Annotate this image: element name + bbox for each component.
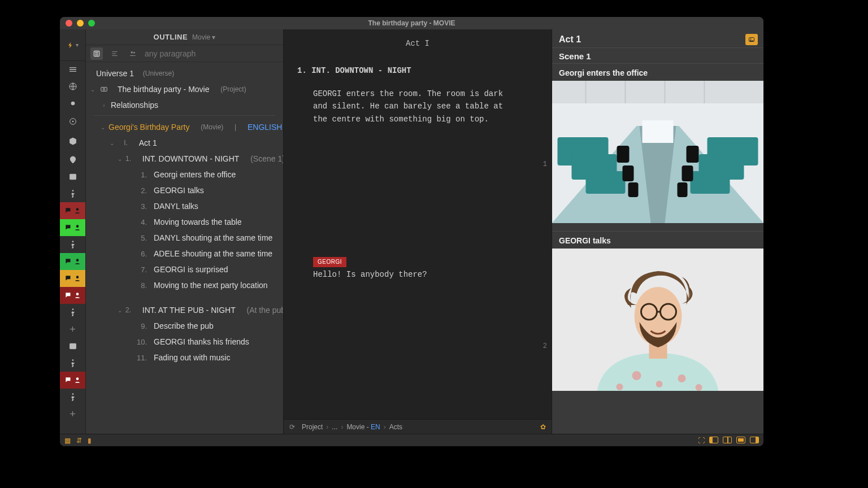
dialogue-chip-red[interactable] xyxy=(60,202,85,219)
dialogue-chip-green[interactable] xyxy=(60,219,85,236)
svg-point-11 xyxy=(103,88,105,90)
crumb-ellipsis[interactable]: ... xyxy=(332,423,337,431)
action-paragraph: GEORGI enters the room. The room is dark… xyxy=(313,88,517,125)
film-icon-2[interactable] xyxy=(60,338,85,355)
status-icon-2[interactable]: ⇵ xyxy=(76,437,82,445)
dot-icon[interactable] xyxy=(60,95,85,112)
svg-point-38 xyxy=(656,381,663,387)
sync-icon[interactable]: ⟳ xyxy=(289,423,295,431)
tree-item[interactable]: 2.GEORGI talks xyxy=(86,182,283,198)
dialogue-chip-darkred[interactable] xyxy=(60,287,85,304)
svg-point-1 xyxy=(71,102,75,106)
svg-rect-29 xyxy=(617,146,630,163)
film-icon[interactable] xyxy=(60,168,85,185)
run-icon-3[interactable] xyxy=(60,304,85,321)
dialogue-line: Hello! Is anybody there? xyxy=(313,268,538,281)
preview-card1-title: Georgi enters the office xyxy=(552,64,763,81)
tree-item[interactable]: 8.Moving to the next party location xyxy=(86,277,283,293)
tree-item[interactable]: 6.ADELE shouting at the same time xyxy=(86,246,283,262)
target-icon[interactable] xyxy=(60,112,85,131)
window-title: The birthday party - MOVIE xyxy=(60,19,763,27)
svg-rect-10 xyxy=(101,88,107,91)
tree-item[interactable]: 3.DANYL talks xyxy=(86,198,283,214)
slugline: 1. INT. DOWNTOWN - NIGHT xyxy=(297,64,538,77)
dialogue-chip-darkred-2[interactable] xyxy=(60,372,85,389)
character-tag: GEORGI xyxy=(313,257,346,267)
svg-rect-32 xyxy=(687,146,699,163)
tree-item[interactable]: 9.Describe the pub xyxy=(86,318,283,334)
cube-icon[interactable] xyxy=(60,131,85,151)
tree-item[interactable]: 10.GEORGI thanks his friends xyxy=(86,334,283,350)
view-people-icon[interactable] xyxy=(127,47,139,60)
tree-project[interactable]: ⌄ The birthday party - Movie (Project) xyxy=(86,81,283,97)
svg-point-3 xyxy=(72,121,73,123)
view-cards-icon[interactable] xyxy=(108,47,121,60)
layout-split-icon[interactable] xyxy=(723,437,732,443)
script-editor[interactable]: Act I 1. INT. DOWNTOWN - NIGHT GEORGI en… xyxy=(284,29,552,419)
svg-rect-6 xyxy=(70,343,76,348)
globe-icon[interactable] xyxy=(60,78,85,95)
outline-header: OUTLINE xyxy=(154,33,188,41)
add-icon-2[interactable]: + xyxy=(60,406,85,422)
preview-scene: Scene 1 xyxy=(552,48,763,63)
icon-rail: ▾ + xyxy=(60,29,86,434)
tree-item[interactable]: 1.Georgi enters the office xyxy=(86,167,283,182)
status-icon-1[interactable]: ▦ xyxy=(64,437,71,445)
preview-image-office[interactable] xyxy=(552,81,763,223)
preview-act: Act 1 xyxy=(559,34,581,45)
svg-point-9 xyxy=(133,51,135,53)
svg-point-40 xyxy=(696,384,702,391)
tree-item[interactable]: 11.Fading out with music xyxy=(86,350,283,365)
svg-point-36 xyxy=(632,371,641,380)
tree-act[interactable]: ⌄I. Act 1 xyxy=(86,135,283,151)
preview-image-person[interactable] xyxy=(552,249,763,391)
run-icon-5[interactable] xyxy=(60,389,85,406)
svg-rect-30 xyxy=(623,165,634,181)
svg-point-4 xyxy=(72,158,73,160)
run-icon-2[interactable] xyxy=(60,236,85,253)
act-heading: Act I xyxy=(297,37,538,50)
layout-left-icon[interactable] xyxy=(709,437,718,443)
rail-menu-icon[interactable] xyxy=(60,61,85,78)
tree-item[interactable]: 4.Moving towards the table xyxy=(86,214,283,230)
gear-icon[interactable]: ✿ xyxy=(540,423,546,431)
tree-scene[interactable]: ⌄2. INT. AT THE PUB - NIGHT (At the pub) xyxy=(86,302,283,318)
page-number-1: 1 xyxy=(543,159,547,170)
rail-logo[interactable]: ▾ xyxy=(60,29,85,61)
dialogue-chip-green2[interactable] xyxy=(60,253,85,270)
fullscreen-icon[interactable]: ⛶ xyxy=(698,437,705,445)
page-number-2: 2 xyxy=(543,341,547,352)
preview-pane: Act 1 Scene 1 Georgi enters the office xyxy=(552,29,763,434)
add-icon[interactable]: + xyxy=(60,321,85,338)
svg-rect-25 xyxy=(586,171,626,194)
svg-rect-33 xyxy=(682,165,693,181)
pin-icon[interactable] xyxy=(60,151,85,168)
tree-item[interactable]: 7.GEORGI is surprised xyxy=(86,262,283,277)
search-input[interactable] xyxy=(145,49,279,58)
dialogue-chip-yellow[interactable] xyxy=(60,270,85,287)
tree-movie[interactable]: ⌄Georgi's Birthday Party (Movie) | ENGLI… xyxy=(86,119,283,135)
svg-rect-34 xyxy=(678,182,688,197)
run-icon[interactable] xyxy=(60,185,85,202)
crumb-project[interactable]: Project xyxy=(302,423,323,431)
bookmark-icon[interactable]: ▮ xyxy=(88,437,92,445)
crumb-movie[interactable]: Movie - EN xyxy=(346,423,380,431)
outline-scope[interactable]: Movie ▾ xyxy=(192,33,215,41)
status-bar: ▦ ⇵ ▮ ⛶ xyxy=(60,434,763,446)
view-list-icon[interactable] xyxy=(90,47,103,60)
run-icon-4[interactable] xyxy=(60,355,85,372)
layout-right-icon[interactable] xyxy=(750,437,759,443)
svg-rect-5 xyxy=(70,174,76,179)
tree-universe[interactable]: Universe 1 (Universe) xyxy=(86,66,283,81)
svg-point-37 xyxy=(678,374,686,382)
tree-scene[interactable]: ⌄1. INT. DOWNTOWN - NIGHT (Scene 1) xyxy=(86,151,283,167)
svg-rect-15 xyxy=(552,81,763,103)
crumb-acts[interactable]: Acts xyxy=(389,423,402,431)
tree-relationships[interactable]: ›Relationships xyxy=(86,97,283,113)
layout-full-icon[interactable] xyxy=(736,437,745,443)
image-mode-icon[interactable] xyxy=(745,34,758,45)
tree-item[interactable]: 5.DANYL shouting at the same time xyxy=(86,230,283,246)
svg-point-8 xyxy=(131,51,133,53)
svg-rect-22 xyxy=(643,120,674,143)
preview-card2-title: GEORGI talks xyxy=(552,232,763,249)
